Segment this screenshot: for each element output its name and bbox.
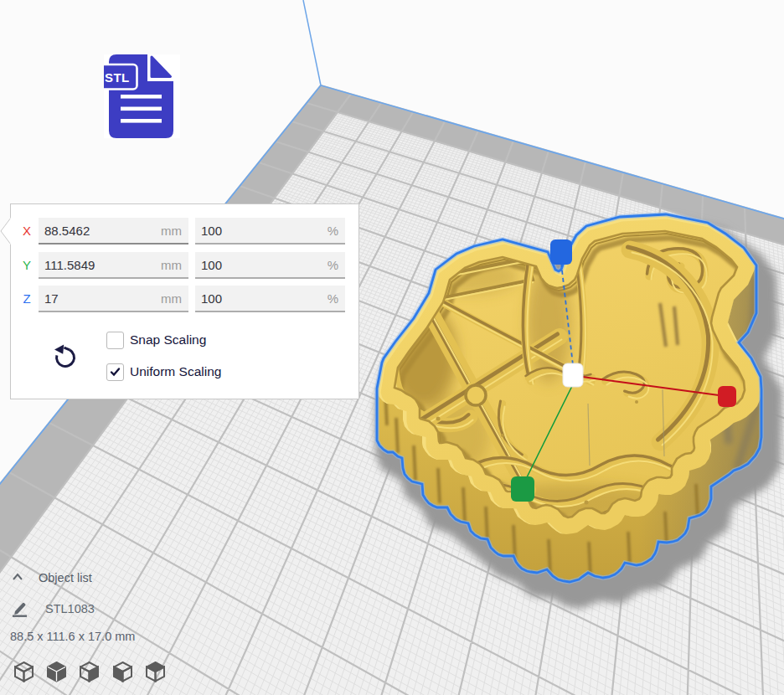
svg-text:STL: STL	[105, 70, 130, 85]
